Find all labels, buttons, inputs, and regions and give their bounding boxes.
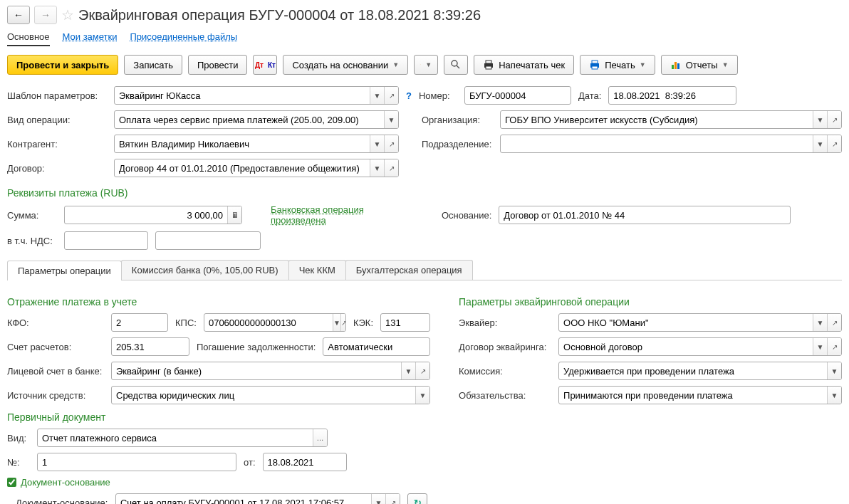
account-label: Счет расчетов: (7, 342, 104, 352)
dropdown-icon[interactable]: ▼ (371, 494, 385, 504)
favorite-star-icon[interactable]: ☆ (61, 6, 74, 23)
vat-rate-input[interactable]: ▼ (64, 231, 148, 250)
dropdown-icon[interactable]: ▼ (415, 387, 429, 404)
dropdown-icon[interactable]: ▼ (370, 135, 384, 152)
open-icon[interactable]: ↗ (827, 111, 841, 128)
kps-label: КПС: (175, 317, 197, 328)
obligations-label: Обязательства: (459, 390, 551, 401)
number-input[interactable] (464, 86, 571, 105)
sub-tabs: Параметры операции Комиссия банка (0%, 1… (7, 260, 842, 280)
division-input[interactable]: ▼ ↗ (500, 135, 842, 153)
toolbar: Провести и закрыть Записать Провести ДтК… (7, 55, 842, 75)
page-title: Эквайринговая операция БУГУ-000004 от 18… (78, 7, 481, 23)
bankacc-input[interactable]: ▼↗ (111, 362, 430, 380)
bank-op-link[interactable]: Банковская операция произведена (271, 204, 385, 226)
dropdown-icon[interactable]: ▼ (827, 387, 841, 404)
open-icon[interactable]: ↗ (384, 159, 398, 177)
doc-from-label: от: (244, 457, 256, 468)
svg-rect-5 (486, 61, 491, 63)
org-input[interactable]: ▼ ↗ (500, 110, 842, 129)
account-input[interactable]: ▼↗ (111, 337, 189, 356)
dropdown-icon[interactable]: ▼ (813, 135, 827, 152)
acq-contract-input[interactable]: ▼↗ (558, 337, 842, 356)
counterparty-label: Контрагент: (7, 139, 108, 149)
kek-input[interactable]: ▼ (380, 313, 430, 332)
open-icon[interactable]: ↗ (827, 314, 841, 331)
open-icon[interactable]: ↗ (384, 135, 398, 152)
print-check-button[interactable]: Напечатать чек (474, 55, 574, 75)
dropdown-icon[interactable]: ▼ (813, 111, 827, 128)
doc-num-label: №: (7, 457, 30, 468)
obligations-input[interactable]: ▼ (558, 386, 842, 404)
open-icon[interactable]: ↗ (385, 494, 400, 504)
kps-input[interactable]: ▼↗ (204, 313, 346, 332)
print-button[interactable]: Печать▼ (580, 55, 655, 75)
basis-label: Основание: (442, 210, 491, 221)
doc-type-label: Вид: (7, 433, 30, 443)
commission-input[interactable]: ▼ (558, 362, 842, 380)
svg-line-3 (457, 65, 459, 68)
tab-kkm[interactable]: Чек ККМ (288, 260, 346, 280)
create-from-button[interactable]: Создать на основании▼ (283, 55, 408, 75)
post-button[interactable]: Провести (188, 55, 248, 75)
dropdown-icon[interactable]: ▼ (333, 314, 340, 331)
doc-basis-checkbox[interactable] (7, 478, 16, 487)
basis-input[interactable] (499, 206, 791, 224)
doc-num-input[interactable] (37, 453, 236, 471)
open-icon[interactable]: ↗ (415, 362, 429, 379)
refresh-button[interactable]: ↻ (407, 493, 427, 504)
post-close-button[interactable]: Провести и закрыть (7, 55, 118, 75)
help-icon[interactable]: ? (406, 90, 412, 101)
structure-button[interactable]: ▼ (414, 55, 438, 75)
left-section-title: Отражение платежа в учете (7, 296, 430, 308)
debt-label: Погашение задолженности: (197, 342, 316, 352)
tab-commission[interactable]: Комиссия банка (0%, 105,00 RUB) (121, 260, 289, 280)
counterparty-input[interactable]: ▼ ↗ (114, 135, 399, 153)
svg-rect-9 (592, 66, 598, 69)
calculator-icon[interactable]: 🖩 (227, 206, 241, 224)
open-icon[interactable]: ↗ (827, 135, 841, 152)
dtkt-button[interactable]: ДтКт (253, 55, 277, 75)
search-button[interactable] (444, 55, 468, 75)
doc-type-input[interactable]: … (37, 429, 328, 447)
sum-input[interactable]: 🖩 (64, 206, 242, 224)
template-input[interactable]: ▼ ↗ (114, 86, 399, 105)
contract-input[interactable]: ▼ ↗ (114, 159, 399, 177)
primary-doc-title: Первичный документ (7, 411, 430, 423)
source-input[interactable]: ▼ (111, 386, 430, 404)
template-label: Шаблон параметров: (7, 90, 108, 101)
save-button[interactable]: Записать (124, 55, 182, 75)
commission-label: Комиссия: (459, 366, 551, 377)
date-input[interactable]: 📅 (608, 86, 736, 105)
nav-forward-button[interactable]: → (34, 6, 57, 24)
tab-accounting[interactable]: Бухгалтерская операция (345, 260, 473, 280)
kfo-input[interactable]: ▼ (111, 313, 168, 332)
debt-input[interactable]: ▼ (323, 337, 430, 356)
svg-point-2 (452, 61, 457, 66)
nav-back-button[interactable]: ← (7, 6, 30, 24)
doc-basis-check-label: Документ-основание (21, 477, 110, 488)
vat-sum-input[interactable]: 🖩 (155, 231, 261, 250)
acquirer-input[interactable]: ▼↗ (558, 313, 842, 332)
optype-input[interactable]: ▼ (114, 110, 399, 129)
tab-main[interactable]: Основное (7, 31, 50, 46)
dropdown-icon[interactable]: ▼ (384, 111, 398, 128)
tab-params[interactable]: Параметры операции (7, 261, 122, 280)
dropdown-icon[interactable]: ▼ (370, 87, 384, 104)
tab-files[interactable]: Присоединенные файлы (130, 31, 238, 46)
open-icon[interactable]: ↗ (384, 87, 398, 104)
acquirer-label: Эквайер: (459, 317, 551, 328)
dropdown-icon[interactable]: ▼ (827, 362, 841, 379)
dropdown-icon[interactable]: ▼ (370, 159, 384, 177)
tab-notes[interactable]: Мои заметки (63, 31, 118, 46)
ellipsis-icon[interactable]: … (313, 429, 327, 446)
doc-from-input[interactable]: 📅 (263, 453, 347, 471)
open-icon[interactable]: ↗ (340, 314, 346, 331)
reports-button[interactable]: Отчеты▼ (661, 55, 738, 75)
open-icon[interactable]: ↗ (827, 338, 841, 355)
dropdown-icon[interactable]: ▼ (813, 338, 827, 355)
right-section-title: Параметры эквайринговой операции (459, 296, 842, 308)
doc-basis-input[interactable]: ▼↗ (115, 493, 400, 504)
dropdown-icon[interactable]: ▼ (813, 314, 827, 331)
dropdown-icon[interactable]: ▼ (401, 362, 415, 379)
